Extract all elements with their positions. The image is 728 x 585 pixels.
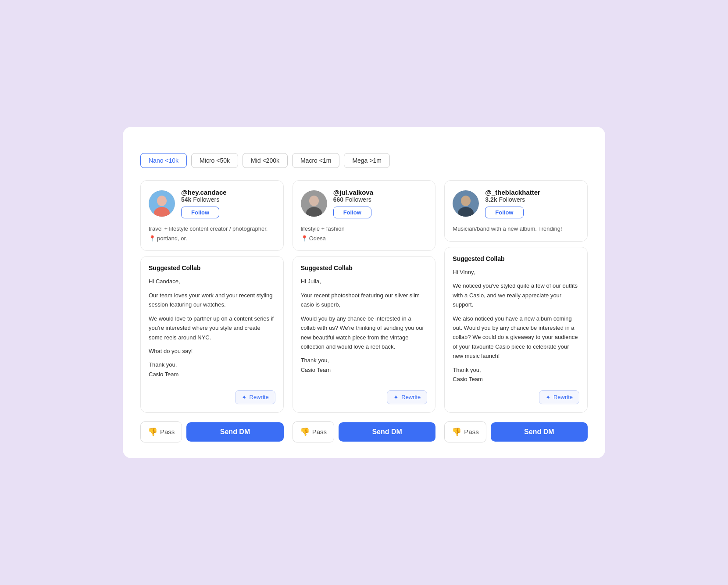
profile-info-1: @jul.valkova660 FollowersFollow: [333, 189, 373, 218]
collab-title-2: Suggested Collab: [453, 255, 579, 262]
filter-tab-1[interactable]: Micro <50k: [191, 153, 238, 168]
profile-header-1: @jul.valkova660 FollowersFollow: [301, 189, 428, 218]
avatar-2: [453, 190, 479, 217]
action-group-0: 👎PassSend DM: [140, 421, 284, 442]
filter-tab-0[interactable]: Nano <10k: [140, 153, 187, 168]
collab-para: Our team loves your work and your recent…: [149, 291, 275, 310]
main-container: Nano <10kMicro <50kMid <200kMacro <1mMeg…: [123, 127, 605, 458]
pin-icon-0: 📍: [149, 234, 156, 243]
collab-body-0: Hi Candace,Our team loves your work and …: [149, 277, 275, 384]
actions-row: 👎PassSend DM👎PassSend DM👎PassSend DM: [140, 421, 588, 442]
collab-para: Thank you, Casio Team: [453, 365, 579, 384]
collab-card-1: Suggested CollabHi Julia,Your recent pho…: [293, 256, 436, 412]
card-wrapper-1: @jul.valkova660 FollowersFollowlifestyle…: [293, 180, 436, 412]
collab-body-2: Hi Vinny,We noticed you've styled quite …: [453, 268, 579, 384]
followers-0: 54k Followers: [181, 196, 227, 203]
collab-card-2: Suggested CollabHi Vinny,We noticed you'…: [444, 247, 588, 413]
profile-info-2: @_theblackhatter3.2k FollowersFollow: [485, 189, 540, 218]
pin-icon-1: 📍: [301, 234, 308, 243]
filter-tabs: Nano <10kMicro <50kMid <200kMacro <1mMeg…: [140, 153, 588, 168]
collab-para: We would love to partner up on a content…: [149, 314, 275, 342]
svg-point-5: [309, 196, 319, 206]
action-group-2: 👎PassSend DM: [444, 421, 588, 442]
rewrite-label-2: Rewrite: [553, 394, 573, 400]
rewrite-label-1: Rewrite: [401, 394, 421, 400]
followers-2: 3.2k Followers: [485, 196, 540, 203]
pass-button-0[interactable]: 👎Pass: [140, 421, 182, 442]
send-dm-button-1[interactable]: Send DM: [339, 422, 435, 442]
svg-point-8: [461, 196, 471, 206]
follow-button-0[interactable]: Follow: [181, 207, 219, 218]
followers-1: 660 Followers: [333, 196, 373, 203]
collab-para: Your recent photoshoot featuring our sil…: [301, 291, 428, 310]
svg-point-1: [157, 196, 167, 206]
collab-title-0: Suggested Collab: [149, 264, 275, 271]
pass-label-2: Pass: [464, 428, 478, 435]
collab-para: We also noticed you have a new album com…: [453, 314, 579, 361]
username-1: @jul.valkova: [333, 189, 373, 196]
profile-header-2: @_theblackhatter3.2k FollowersFollow: [453, 189, 579, 218]
rewrite-row-1: ✦Rewrite: [301, 390, 428, 404]
rewrite-icon-0: ✦: [242, 394, 247, 401]
username-2: @_theblackhatter: [485, 189, 540, 196]
follow-button-1[interactable]: Follow: [333, 207, 371, 218]
profile-card-1: @jul.valkova660 FollowersFollowlifestyle…: [293, 180, 436, 251]
collab-para: Would you by any chance be interested in…: [301, 314, 428, 352]
rewrite-button-1[interactable]: ✦Rewrite: [387, 390, 427, 404]
action-group-1: 👎PassSend DM: [293, 421, 436, 442]
rewrite-button-0[interactable]: ✦Rewrite: [235, 390, 275, 404]
rewrite-button-2[interactable]: ✦Rewrite: [539, 390, 579, 404]
pass-label-0: Pass: [160, 428, 175, 435]
collab-para: Hi Julia,: [301, 277, 428, 286]
rewrite-row-2: ✦Rewrite: [453, 390, 579, 404]
avatar-1: [301, 190, 327, 217]
profile-bio-0: travel + lifestyle content creator / pho…: [149, 225, 275, 243]
send-dm-button-2[interactable]: Send DM: [491, 422, 588, 442]
follow-button-2[interactable]: Follow: [485, 207, 523, 218]
profile-bio-2: Musician/band with a new album. Trending…: [453, 225, 579, 233]
profile-info-0: @hey.candace54k FollowersFollow: [181, 189, 227, 218]
profile-bio-1: lifestyle + fashion📍 Odesa: [301, 225, 428, 243]
send-dm-button-0[interactable]: Send DM: [186, 422, 283, 442]
collab-para: Thank you, Casio Team: [149, 360, 275, 379]
filter-tab-4[interactable]: Mega >1m: [344, 153, 390, 168]
collab-card-0: Suggested CollabHi Candace,Our team love…: [140, 256, 284, 412]
rewrite-icon-1: ✦: [393, 394, 399, 401]
rewrite-label-0: Rewrite: [250, 394, 269, 400]
collab-para: Hi Vinny,: [453, 268, 579, 277]
pass-button-1[interactable]: 👎Pass: [293, 421, 334, 442]
collab-title-1: Suggested Collab: [301, 264, 428, 271]
avatar-0: [149, 190, 175, 217]
filter-tab-3[interactable]: Macro <1m: [292, 153, 339, 168]
pass-button-2[interactable]: 👎Pass: [444, 421, 486, 442]
profile-header-0: @hey.candace54k FollowersFollow: [149, 189, 275, 218]
username-0: @hey.candace: [181, 189, 227, 196]
cards-row: @hey.candace54k FollowersFollowtravel + …: [140, 180, 588, 412]
location-0: 📍 portland, or.: [149, 234, 275, 243]
card-wrapper-2: @_theblackhatter3.2k FollowersFollowMusi…: [444, 180, 588, 412]
rewrite-icon-2: ✦: [546, 394, 551, 401]
pass-label-1: Pass: [312, 428, 327, 435]
profile-card-0: @hey.candace54k FollowersFollowtravel + …: [140, 180, 284, 251]
thumbs-down-icon-0: 👎: [148, 427, 157, 437]
collab-body-1: Hi Julia,Your recent photoshoot featurin…: [301, 277, 428, 384]
filter-tab-2[interactable]: Mid <200k: [243, 153, 288, 168]
rewrite-row-0: ✦Rewrite: [149, 390, 275, 404]
thumbs-down-icon-1: 👎: [300, 427, 310, 437]
thumbs-down-icon-2: 👎: [452, 427, 461, 437]
profile-card-2: @_theblackhatter3.2k FollowersFollowMusi…: [444, 180, 588, 242]
card-wrapper-0: @hey.candace54k FollowersFollowtravel + …: [140, 180, 284, 412]
collab-para: What do you say!: [149, 346, 275, 356]
collab-para: Hi Candace,: [149, 277, 275, 286]
collab-para: Thank you, Casio Team: [301, 356, 428, 375]
location-1: 📍 Odesa: [301, 234, 428, 243]
collab-para: We noticed you've styled quite a few of …: [453, 281, 579, 309]
